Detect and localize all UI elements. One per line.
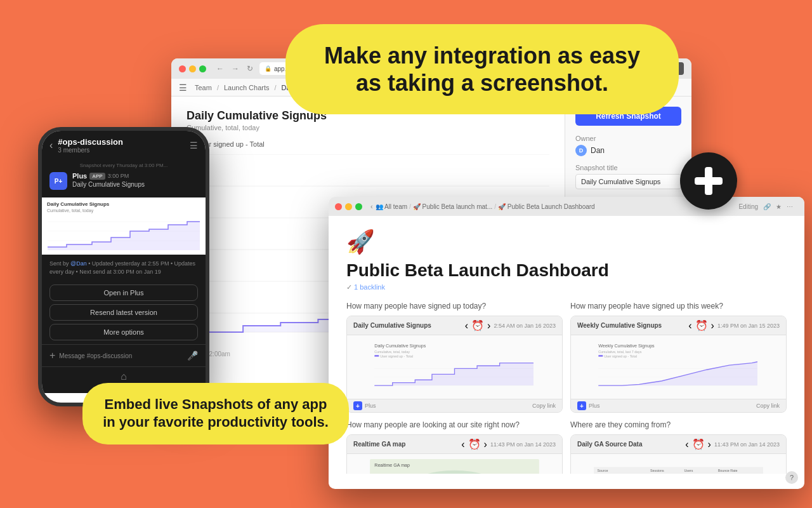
footer-brand-2: + Plus (577, 401, 600, 410)
card-time-4: 11:43 PM on Jan 14 2023 (714, 441, 780, 448)
copy-link-1[interactable]: Copy link (532, 403, 556, 409)
plus-logo (680, 152, 737, 210)
card-control-prev-2[interactable]: ‹ (688, 320, 691, 331)
hero-title: Make any integration as easy as taking a… (311, 42, 653, 97)
breadcrumb-workspace[interactable]: 👥 All team (376, 203, 407, 210)
section-title-3: How many people are looking at our site … (346, 420, 563, 429)
card-body-3: Realtime GA map (347, 454, 562, 474)
menu-icon[interactable]: ☰ (179, 83, 187, 93)
backlink[interactable]: ✓ 1 backlink (346, 283, 787, 291)
message-input[interactable]: Message #ops-discussion (59, 352, 183, 359)
notion-close-button[interactable] (335, 203, 342, 210)
phone-chart-title: Daily Cumulative Signups (47, 201, 200, 207)
phone-screen: ‹ #ops-discussion 3 members ☰ Snapshot e… (42, 131, 206, 403)
breadcrumb-team[interactable]: Team (195, 84, 212, 91)
card-control-clock[interactable]: ⏰ (471, 319, 484, 331)
card-chart-3: Realtime GA map (352, 459, 557, 474)
svg-rect-14 (374, 355, 379, 357)
card-control-next-2[interactable]: › (711, 320, 714, 331)
snapshot-card-2: Weekly Cumulative Signups ‹ ⏰ › 1:49 PM … (570, 316, 787, 413)
phone-mockup: ‹ #ops-discussion 3 members ☰ Snapshot e… (38, 127, 209, 406)
card-header-1: Daily Cumulative Signups ‹ ⏰ › 2:54 AM o… (347, 316, 562, 335)
notion-right-controls: Editing 🔗 ★ ⋯ (738, 203, 793, 210)
breadcrumb-sep-1: / (217, 84, 219, 91)
message-content: Plus APP 3:00 PM Daily Cumulative Signup… (72, 172, 198, 190)
back-button[interactable]: ← (214, 63, 226, 74)
card-footer-1: + Plus Copy link (347, 399, 562, 412)
plus-label-2: Plus (589, 403, 600, 409)
phone-header: ‹ #ops-discussion 3 members ☰ (42, 131, 206, 159)
svg-rect-1 (695, 177, 723, 185)
plus-brand-icon: + (353, 401, 362, 410)
notion-traffic-lights (335, 203, 362, 210)
forward-button[interactable]: → (229, 63, 242, 74)
svg-text:Users: Users (684, 469, 693, 472)
notion-content: 🚀 Public Beta Launch Dashboard ✓ 1 backl… (329, 216, 804, 474)
card-control-next-4[interactable]: › (708, 439, 711, 450)
card-control-prev-3[interactable]: ‹ (461, 439, 464, 450)
back-icon[interactable]: ‹ (49, 140, 53, 151)
reload-button[interactable]: ↻ (244, 63, 256, 74)
message-area: Snapshot every Thursday at 3:00 PM... P+… (42, 159, 206, 197)
notion-maximize-button[interactable] (355, 203, 362, 210)
card-control-next-3[interactable]: › (484, 439, 487, 450)
section-2: How many people have signed up this week… (570, 302, 787, 413)
phone-input-bar: + Message #ops-discussion 🎤 (42, 344, 206, 366)
maximize-button[interactable] (199, 65, 206, 72)
chart-subtitle: Cumulative, total, today (187, 124, 549, 131)
breadcrumb-current[interactable]: 🚀 Public Beta Launch Dashboard (498, 203, 595, 210)
breadcrumb-section[interactable]: Launch Charts (224, 84, 270, 91)
card-controls-2: ‹ ⏰ › 1:49 PM on Jan 15 2023 (688, 319, 780, 331)
card-body-4: Source Sessions Users Bounce Rate google… (571, 454, 786, 474)
notion-breadcrumb: 👥 All team / 🚀 Public Beta launch mat...… (376, 203, 595, 210)
card-title-3: Realtime GA map (353, 441, 405, 448)
card-body-2: Weekly Cumulative Signups Cumulative, to… (571, 335, 786, 399)
message-item: P+ Plus APP 3:00 PM Daily Cumulative Sig… (49, 172, 198, 190)
editing-label: Editing (738, 203, 758, 210)
header-icons[interactable]: ☰ (190, 140, 198, 150)
section-title-4: Where are they coming from? (570, 420, 787, 429)
card-control-next[interactable]: › (487, 320, 490, 331)
notion-browser-window: ‹ 👥 All team / 🚀 Public Beta launch mat.… (329, 197, 804, 489)
more-options-button[interactable]: More options (49, 324, 198, 340)
card-control-prev-4[interactable]: ‹ (685, 439, 688, 450)
breadcrumb-parent[interactable]: 🚀 Public Beta launch mat... (413, 203, 492, 210)
more-icon[interactable]: ⋯ (787, 203, 793, 210)
star-icon[interactable]: ★ (776, 203, 782, 210)
section-4: Where are they coming from? Daily GA Sou… (570, 420, 787, 474)
mic-icon[interactable]: 🎤 (187, 351, 198, 361)
snapshot-title-input[interactable] (575, 174, 681, 189)
card-header-3: Realtime GA map ‹ ⏰ › 11:43 PM on Jan 14… (347, 435, 562, 454)
phone-chart-subtitle: Cumulative, total, today (47, 208, 200, 213)
card-control-clock-2[interactable]: ⏰ (695, 319, 708, 331)
card-chart-4: Source Sessions Users Bounce Rate google… (576, 459, 781, 474)
card-control-clock-4[interactable]: ⏰ (692, 438, 705, 450)
plus-icon[interactable]: + (49, 350, 55, 361)
page-icon: 🚀 (346, 229, 787, 255)
minimize-button[interactable] (189, 65, 196, 72)
svg-text:Weekly Cumulative Signups: Weekly Cumulative Signups (598, 344, 655, 349)
notion-minimize-button[interactable] (345, 203, 352, 210)
card-control-prev[interactable]: ‹ (465, 320, 468, 331)
svg-rect-34 (594, 467, 763, 474)
channel-members: 3 members (58, 147, 185, 154)
notion-back-icon[interactable]: ‹ (370, 203, 373, 210)
phone-buttons: Open in Plus Resend latest version More … (42, 281, 206, 344)
share-icon[interactable]: 🔗 (763, 203, 771, 210)
owner-value: D Dan (575, 145, 681, 156)
card-control-clock-3[interactable]: ⏰ (468, 438, 481, 450)
resend-button[interactable]: Resend latest version (49, 304, 198, 321)
svg-text:Sessions: Sessions (650, 469, 664, 472)
plus-logo-icon (692, 164, 725, 197)
owner-row: D Dan (575, 145, 681, 156)
phone-info-section: Sent by @Dan • Updated yesterday at 2:55… (42, 255, 206, 281)
copy-link-2[interactable]: Copy link (756, 403, 780, 409)
card-time-1: 2:54 AM on Jan 16 2023 (494, 323, 556, 329)
open-in-plus-button[interactable]: Open in Plus (49, 284, 198, 301)
svg-text:Cumulative, total, last 7 days: Cumulative, total, last 7 days (598, 350, 641, 354)
svg-text:Bounce Rate: Bounce Rate (718, 469, 738, 472)
plus-label: Plus (365, 403, 376, 409)
help-button[interactable]: ? (785, 471, 798, 484)
close-button[interactable] (179, 65, 186, 72)
message-time: 3:00 PM (108, 173, 129, 179)
